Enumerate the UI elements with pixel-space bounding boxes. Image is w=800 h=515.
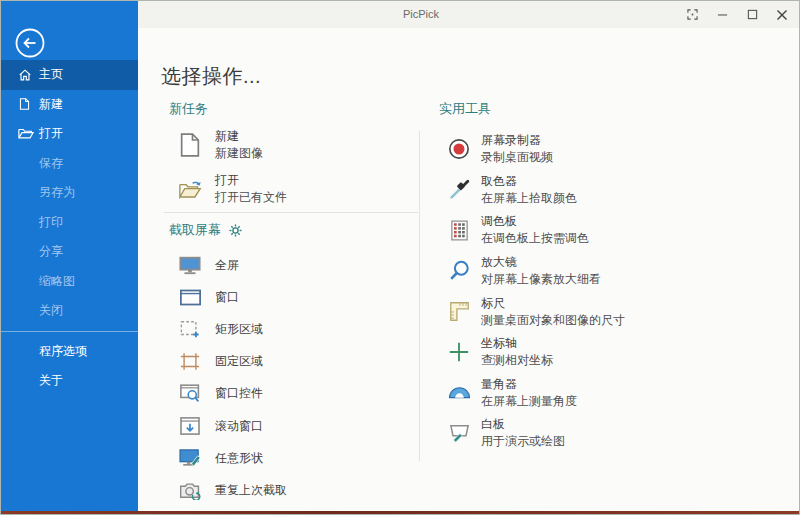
window-capture-icon [178, 289, 202, 306]
capture-item-rectangle[interactable]: 矩形区域 [178, 313, 416, 345]
sidebar-item-label: 程序选项 [39, 343, 87, 360]
sidebar-item-label: 打开 [39, 125, 63, 142]
new-file-icon [18, 97, 39, 111]
color-palette-icon [446, 220, 472, 241]
sidebar-item-options[interactable]: 程序选项 [1, 337, 138, 367]
sidebar-item-save[interactable]: 保存 [1, 149, 138, 179]
maximize-button[interactable] [737, 1, 767, 28]
back-button[interactable] [14, 27, 46, 59]
whiteboard-icon [446, 424, 472, 443]
window-control-icon [178, 384, 202, 403]
tool-item-whiteboard[interactable]: 白板 用于演示或绘图 [446, 413, 776, 454]
ruler-icon [446, 301, 472, 322]
tool-item-title: 调色板 [481, 214, 589, 229]
sidebar-item-thumbnail[interactable]: 缩略图 [1, 267, 138, 297]
capture-item-label: 滚动窗口 [215, 418, 263, 435]
sidebar-item-share[interactable]: 分享 [1, 237, 138, 267]
sidebar-item-label: 主页 [39, 66, 63, 83]
capture-settings-button[interactable] [229, 224, 242, 237]
capture-item-window-control[interactable]: 窗口控件 [178, 378, 416, 410]
capture-item-freehand[interactable]: 任意形状 [178, 442, 416, 474]
tool-item-ruler[interactable]: 标尺 测量桌面对象和图像的尺寸 [446, 291, 776, 332]
capture-item-label: 全屏 [215, 257, 239, 274]
gear-icon [229, 224, 242, 237]
screen-recorder-icon [446, 138, 472, 160]
tool-item-subtitle: 录制桌面视频 [481, 150, 553, 165]
open-file-icon [178, 179, 202, 199]
task-item-subtitle: 打开已有文件 [215, 190, 287, 205]
task-item-subtitle: 新建图像 [215, 146, 263, 161]
column-divider [419, 131, 420, 461]
fixed-region-icon [178, 352, 202, 371]
capture-item-label: 矩形区域 [215, 321, 263, 338]
open-folder-icon [18, 127, 39, 140]
sidebar-item-label: 关于 [39, 372, 63, 389]
close-button[interactable] [767, 1, 797, 28]
tool-item-color-palette[interactable]: 调色板 在调色板上按需调色 [446, 210, 776, 251]
color-picker-icon [446, 179, 472, 200]
sidebar-item-label: 打印 [39, 214, 63, 231]
tool-item-subtitle: 测量桌面对象和图像的尺寸 [481, 313, 625, 328]
tool-item-subtitle: 在屏幕上测量角度 [481, 394, 577, 409]
sidebar-item-about[interactable]: 关于 [1, 366, 138, 396]
window-controls [677, 1, 797, 28]
sidebar-item-label: 另存为 [39, 184, 75, 201]
capture-item-fullscreen[interactable]: 全屏 [178, 249, 416, 281]
task-item-open[interactable]: 打开 打开已有文件 [178, 171, 287, 207]
tool-item-color-picker[interactable]: 取色器 在屏幕上拾取颜色 [446, 170, 776, 211]
window-title: PicPick [403, 8, 439, 20]
fullscreen-button[interactable] [677, 1, 707, 28]
tool-item-title: 取色器 [481, 174, 577, 189]
sidebar-item-print[interactable]: 打印 [1, 208, 138, 238]
tool-item-title: 白板 [481, 417, 565, 432]
sidebar-item-label: 新建 [39, 96, 63, 113]
capture-item-repeat-last[interactable]: 重复上次截取 [178, 474, 416, 506]
tool-item-title: 放大镜 [481, 255, 601, 270]
sidebar-item-label: 关闭 [39, 302, 63, 319]
sidebar-item-new[interactable]: 新建 [1, 90, 138, 120]
sidebar-item-label: 分享 [39, 243, 63, 260]
tool-item-screen-recorder[interactable]: 屏幕录制器 录制桌面视频 [446, 129, 776, 170]
task-item-title: 新建 [215, 129, 263, 144]
crosshair-icon [446, 341, 472, 363]
sidebar-separator [1, 331, 138, 332]
task-item-title: 打开 [215, 173, 287, 188]
freehand-capture-icon [178, 449, 202, 468]
close-icon [776, 9, 788, 21]
tool-item-title: 标尺 [481, 296, 625, 311]
tool-item-crosshair[interactable]: 坐标轴 查测相对坐标 [446, 332, 776, 373]
repeat-capture-icon [178, 481, 202, 500]
tool-item-title: 坐标轴 [481, 336, 553, 351]
fullscreen-capture-icon [178, 256, 202, 275]
capture-list: 全屏 窗口 矩形区域 [178, 249, 416, 507]
maximize-icon [747, 9, 758, 20]
minimize-button[interactable] [707, 1, 737, 28]
sidebar-item-label: 缩略图 [39, 273, 75, 290]
rectangle-region-icon [178, 320, 202, 339]
capture-item-scrolling-window[interactable]: 滚动窗口 [178, 410, 416, 442]
tool-item-title: 量角器 [481, 377, 577, 392]
capture-item-label: 重复上次截取 [215, 482, 287, 499]
sidebar-item-close[interactable]: 关闭 [1, 296, 138, 326]
section-title-new-tasks: 新任务 [169, 101, 208, 117]
scrolling-window-icon [178, 417, 202, 435]
tool-item-subtitle: 在屏幕上拾取颜色 [481, 191, 577, 206]
capture-item-fixed-region[interactable]: 固定区域 [178, 346, 416, 378]
section-title-capture: 截取屏幕 [169, 222, 242, 238]
capture-item-window[interactable]: 窗口 [178, 281, 416, 313]
tool-item-subtitle: 查测相对坐标 [481, 353, 553, 368]
magnifier-icon [446, 260, 472, 282]
sidebar-item-open[interactable]: 打开 [1, 119, 138, 149]
tool-list: 屏幕录制器 录制桌面视频 取色器 在屏幕上拾取颜色 [446, 129, 776, 454]
sidebar-item-save-as[interactable]: 另存为 [1, 178, 138, 208]
sidebar-item-home[interactable]: 主页 [1, 60, 138, 90]
new-image-icon [178, 133, 202, 157]
tool-item-protractor[interactable]: 量角器 在屏幕上测量角度 [446, 373, 776, 414]
sidebar-item-label: 保存 [39, 155, 63, 172]
tool-item-subtitle: 在调色板上按需调色 [481, 231, 589, 246]
sidebar-nav: 主页 新建 打开 保存 [1, 60, 138, 396]
task-item-new[interactable]: 新建 新建图像 [178, 127, 263, 163]
section-divider [164, 212, 418, 213]
tool-item-magnifier[interactable]: 放大镜 对屏幕上像素放大细看 [446, 251, 776, 292]
section-title-tools: 实用工具 [439, 101, 491, 117]
